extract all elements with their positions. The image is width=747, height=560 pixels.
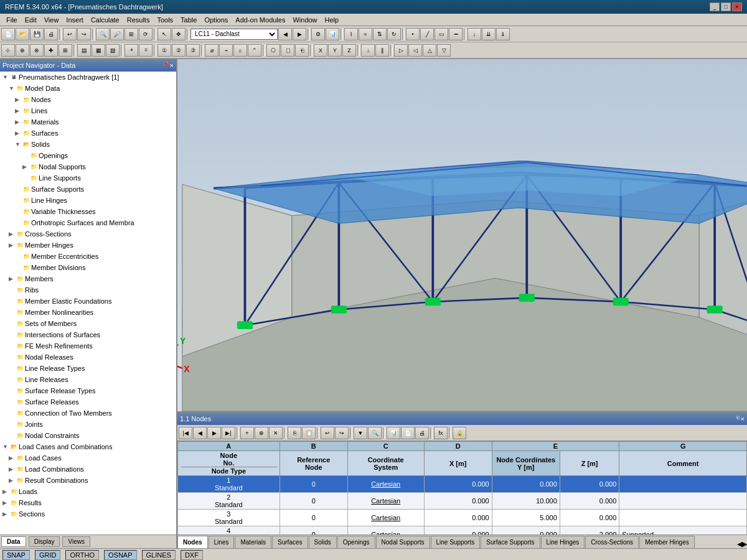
tree-nodal-constraints[interactable]: 📁 Nodal Constraints	[0, 430, 176, 441]
tab-nodes[interactable]: Nodes	[177, 536, 208, 548]
tbl-last[interactable]: ▶|	[222, 427, 235, 439]
tb2-11[interactable]: ①	[157, 44, 171, 57]
col-x[interactable]: X [m]	[424, 451, 492, 476]
tb2-20[interactable]: ⎗	[295, 44, 309, 57]
tb-surface[interactable]: ▭	[435, 28, 448, 40]
tb2-7[interactable]: ▦	[92, 44, 105, 57]
tb2-9[interactable]: ⌖	[125, 44, 138, 57]
tbl-print[interactable]: 🖨	[415, 427, 429, 439]
rc-expand[interactable]: ▶	[9, 477, 15, 483]
table-row[interactable]: 4Standard 0 Cartesian 0.000 0.000 -2.000…	[178, 526, 747, 535]
tb-load-line[interactable]: ⇊	[482, 28, 496, 40]
tb2-1[interactable]: ⊹	[1, 44, 15, 57]
tree-line-hinges[interactable]: 📁 Line Hinges	[0, 195, 176, 206]
tb-redo[interactable]: ↪	[77, 28, 91, 40]
loads-expand[interactable]: ▶	[2, 488, 9, 495]
lcc-expand[interactable]: ▼	[2, 444, 9, 450]
menu-table[interactable]: Table	[177, 15, 200, 25]
tree-surface-releases[interactable]: 📁 Surface Releases	[0, 396, 176, 408]
table-row[interactable]: 3Standard 0 Cartesian 0.000 5.000 0.000	[178, 510, 747, 526]
tab-member-hinges[interactable]: Member Hinges	[639, 536, 695, 548]
status-grid[interactable]: GRID	[35, 550, 61, 560]
tree-result-comb[interactable]: ▶ 📁 Result Combinations	[0, 475, 176, 486]
tb-results[interactable]: 📊	[326, 28, 339, 40]
tree-solids[interactable]: ▼ 📂 Solids	[0, 139, 176, 150]
tree-member-nonlin[interactable]: 📁 Member Nonlinearities	[0, 307, 176, 318]
tb2-2[interactable]: ⊕	[16, 44, 29, 57]
tab-surface-supports[interactable]: Surface Supports	[481, 536, 540, 548]
tb2-4[interactable]: ✚	[44, 44, 58, 57]
tb2-17[interactable]: ⌃	[248, 44, 261, 57]
res-expand[interactable]: ▶	[2, 500, 9, 506]
tree-ribs[interactable]: 📁 Ribs	[0, 284, 176, 296]
tb2-27[interactable]: ◁	[408, 44, 422, 57]
tab-openings[interactable]: Openings	[337, 536, 375, 548]
tb-deform[interactable]: ⌇	[344, 28, 358, 40]
mh-expand[interactable]: ▶	[9, 242, 15, 248]
col-header-c[interactable]: C	[347, 442, 424, 451]
menu-options[interactable]: Options	[200, 15, 232, 25]
tb-select[interactable]: ↖	[157, 28, 171, 40]
tb-next-lc[interactable]: ▶	[293, 28, 306, 40]
tbl-undo[interactable]: ↩	[321, 427, 334, 439]
tb-save[interactable]: 💾	[30, 28, 44, 40]
tbl-delete[interactable]: ✕	[269, 427, 283, 439]
tbl-prev[interactable]: ◀	[193, 427, 207, 439]
tree-line-supports[interactable]: 📁 Line Supports	[0, 172, 176, 184]
mem-expand[interactable]: ▶	[9, 276, 15, 282]
tb-moment[interactable]: ↻	[387, 28, 401, 40]
tab-line-hinges[interactable]: Line Hinges	[541, 536, 585, 548]
tree-nodes[interactable]: ▶ 📁 Nodes	[0, 94, 176, 105]
sidebar-tab-data[interactable]: Data	[1, 536, 26, 547]
lc-expand[interactable]: ▶	[9, 455, 15, 461]
tb-load-node[interactable]: ↓	[467, 28, 481, 40]
nodes-expand-icon[interactable]: ▶	[15, 96, 21, 103]
solids-expand-icon[interactable]: ▼	[15, 141, 21, 147]
status-snap[interactable]: SNAP	[2, 550, 30, 560]
tb2-12[interactable]: ②	[172, 44, 186, 57]
panel-float-button[interactable]: ⎗	[736, 415, 740, 422]
status-osnap[interactable]: OSNAP	[104, 550, 137, 560]
tbl-formula[interactable]: fx	[434, 427, 448, 439]
tb-load-surf[interactable]: ⇓	[496, 28, 510, 40]
col-header-g[interactable]: G	[619, 442, 747, 451]
tree-load-cases[interactable]: ▶ 📁 Load Cases	[0, 452, 176, 464]
tree-sets-members[interactable]: 📁 Sets of Members	[0, 318, 176, 329]
maximize-button[interactable]: □	[721, 2, 731, 11]
tb2-10[interactable]: ⌗	[139, 44, 153, 57]
tb-stress[interactable]: ≈	[359, 28, 372, 40]
tab-line-supports[interactable]: Line Supports	[431, 536, 481, 548]
col-coord-sys[interactable]: Coordinate System	[347, 451, 424, 476]
tree-lines[interactable]: ▶ 📁 Lines	[0, 105, 176, 116]
col-node-no[interactable]: Node No. Node Type	[178, 451, 280, 476]
tb2-25[interactable]: ∥	[375, 44, 389, 57]
menu-file[interactable]: File	[2, 15, 21, 25]
tb-node[interactable]: •	[406, 28, 420, 40]
tb2-6[interactable]: ▤	[77, 44, 91, 57]
tbl-copy[interactable]: ⎘	[288, 427, 301, 439]
sidebar-close-button[interactable]: ×	[170, 62, 174, 69]
tb2-26[interactable]: ▷	[394, 44, 408, 57]
status-dxf[interactable]: DXF	[181, 550, 203, 560]
tab-nodal-supports[interactable]: Nodal Supports	[376, 536, 430, 548]
tb2-28[interactable]: △	[423, 44, 436, 57]
tbl-redo[interactable]: ↪	[335, 427, 349, 439]
tree-intersections[interactable]: 📁 Intersections of Surfaces	[0, 329, 176, 340]
tab-lines[interactable]: Lines	[209, 536, 235, 548]
tree-sections[interactable]: ▶ 📁 Sections	[0, 508, 176, 520]
tab-scroll-left[interactable]: ◀	[737, 540, 742, 548]
col-z[interactable]: Z [m]	[560, 451, 619, 476]
table-row[interactable]: 1Standard 0 Cartesian 0.000 0.000 0.000	[178, 476, 747, 493]
tb-new[interactable]: 📄	[1, 28, 15, 40]
tree-openings[interactable]: 📁 Openings	[0, 150, 176, 161]
tree-member-hinges[interactable]: ▶ 📁 Member Hinges	[0, 240, 176, 251]
surfaces-expand-icon[interactable]: ▶	[15, 130, 21, 136]
tree-surface-release-types[interactable]: 📁 Surface Release Types	[0, 385, 176, 396]
sidebar-pin-button[interactable]: 📌	[162, 62, 169, 69]
tb-zoom-all[interactable]: ⊞	[125, 28, 138, 40]
col-ref-node[interactable]: Reference Node	[280, 451, 347, 476]
tab-surfaces[interactable]: Surfaces	[272, 536, 308, 548]
close-button[interactable]: ×	[732, 2, 742, 11]
tree-line-releases[interactable]: 📁 Line Releases	[0, 374, 176, 385]
tb-prev-lc[interactable]: ◀	[278, 28, 292, 40]
